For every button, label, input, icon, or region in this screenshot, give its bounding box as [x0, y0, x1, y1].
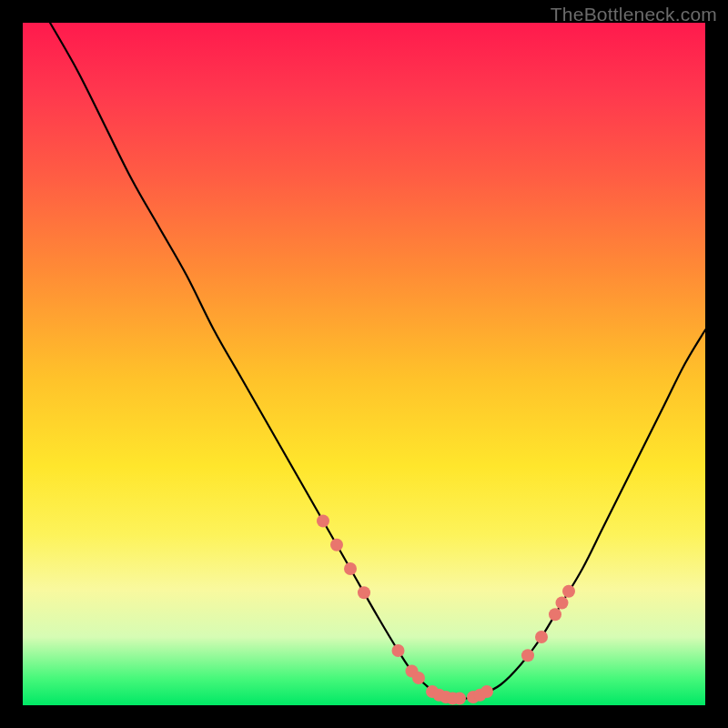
highlight-dot [562, 585, 575, 598]
curve-svg [23, 23, 705, 705]
watermark-text: TheBottleneck.com [551, 4, 717, 25]
highlight-dot [535, 631, 548, 643]
highlight-dot [412, 672, 425, 684]
outer-frame: TheBottleneck.com [0, 0, 728, 728]
highlight-dot [549, 608, 561, 621]
highlight-dot [453, 693, 466, 705]
highlight-dot [317, 515, 329, 528]
highlight-dot [330, 539, 343, 551]
highlight-dot [392, 644, 405, 657]
bottleneck-curve [50, 23, 705, 699]
highlight-dot [480, 685, 493, 698]
highlight-dots-group [317, 515, 575, 705]
highlight-dot [556, 597, 569, 610]
highlight-dot [344, 562, 357, 575]
highlight-dot [521, 649, 534, 662]
highlight-dot [358, 586, 370, 599]
